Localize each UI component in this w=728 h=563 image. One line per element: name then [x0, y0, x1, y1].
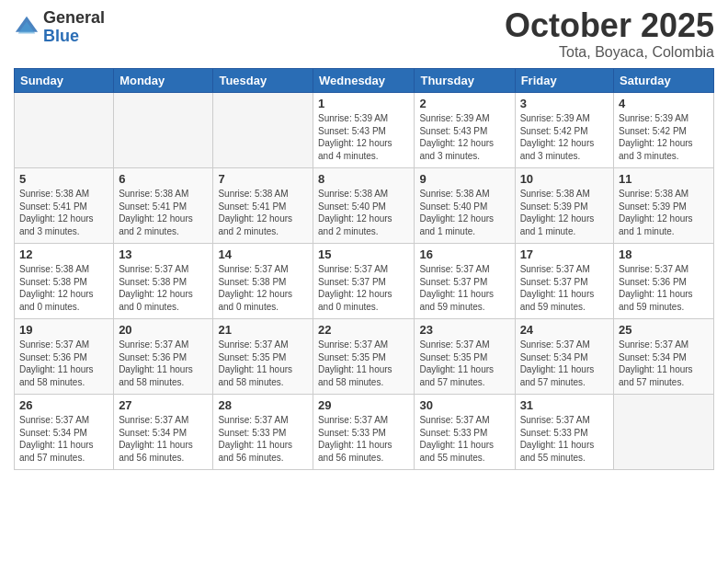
day-number: 24 — [520, 323, 609, 337]
day-info: Sunrise: 5:37 AM Sunset: 5:35 PM Dayligh… — [318, 339, 409, 388]
calendar-cell: 1Sunrise: 5:39 AM Sunset: 5:43 PM Daylig… — [313, 93, 415, 168]
logo-icon — [14, 15, 40, 40]
logo-text: General Blue — [43, 9, 105, 46]
calendar-cell: 13Sunrise: 5:37 AM Sunset: 5:38 PM Dayli… — [114, 244, 213, 319]
day-info: Sunrise: 5:37 AM Sunset: 5:37 PM Dayligh… — [318, 263, 409, 313]
day-info: Sunrise: 5:38 AM Sunset: 5:41 PM Dayligh… — [218, 188, 308, 237]
day-info: Sunrise: 5:37 AM Sunset: 5:38 PM Dayligh… — [119, 263, 208, 313]
calendar-cell: 15Sunrise: 5:37 AM Sunset: 5:37 PM Dayli… — [313, 244, 415, 319]
day-info: Sunrise: 5:39 AM Sunset: 5:43 PM Dayligh… — [318, 112, 409, 162]
day-info: Sunrise: 5:37 AM Sunset: 5:33 PM Dayligh… — [218, 414, 308, 464]
calendar-week-row: 5Sunrise: 5:38 AM Sunset: 5:41 PM Daylig… — [15, 168, 714, 244]
calendar-table: Sunday Monday Tuesday Wednesday Thursday… — [14, 68, 714, 470]
header-sunday: Sunday — [15, 69, 114, 93]
day-number: 13 — [119, 247, 208, 261]
day-number: 30 — [419, 398, 509, 412]
calendar-cell: 30Sunrise: 5:37 AM Sunset: 5:33 PM Dayli… — [415, 395, 515, 470]
calendar-cell: 28Sunrise: 5:37 AM Sunset: 5:33 PM Dayli… — [213, 395, 313, 470]
day-info: Sunrise: 5:38 AM Sunset: 5:38 PM Dayligh… — [19, 263, 108, 313]
calendar-cell: 11Sunrise: 5:38 AM Sunset: 5:39 PM Dayli… — [614, 168, 714, 244]
day-info: Sunrise: 5:37 AM Sunset: 5:37 PM Dayligh… — [520, 263, 609, 313]
calendar-week-row: 26Sunrise: 5:37 AM Sunset: 5:34 PM Dayli… — [15, 395, 714, 470]
logo-blue-text: Blue — [43, 28, 105, 46]
day-number: 5 — [19, 172, 108, 186]
day-info: Sunrise: 5:37 AM Sunset: 5:35 PM Dayligh… — [419, 339, 509, 388]
day-number: 8 — [318, 172, 409, 186]
calendar-cell: 10Sunrise: 5:38 AM Sunset: 5:39 PM Dayli… — [515, 168, 613, 244]
header-saturday: Saturday — [614, 69, 714, 93]
day-info: Sunrise: 5:37 AM Sunset: 5:35 PM Dayligh… — [218, 339, 308, 388]
calendar-cell: 5Sunrise: 5:38 AM Sunset: 5:41 PM Daylig… — [15, 168, 114, 244]
calendar-cell: 19Sunrise: 5:37 AM Sunset: 5:36 PM Dayli… — [15, 319, 114, 395]
calendar-cell: 12Sunrise: 5:38 AM Sunset: 5:38 PM Dayli… — [15, 244, 114, 319]
day-number: 10 — [520, 172, 609, 186]
calendar-cell: 31Sunrise: 5:37 AM Sunset: 5:33 PM Dayli… — [515, 395, 613, 470]
header-friday: Friday — [515, 69, 613, 93]
day-number: 2 — [419, 97, 509, 110]
day-number: 28 — [218, 398, 308, 412]
header-thursday: Thursday — [415, 69, 515, 93]
day-number: 16 — [419, 247, 509, 261]
day-info: Sunrise: 5:39 AM Sunset: 5:43 PM Dayligh… — [419, 112, 509, 162]
title-block: October 2025 Tota, Boyaca, Colombia — [505, 9, 714, 61]
calendar-body: 1Sunrise: 5:39 AM Sunset: 5:43 PM Daylig… — [15, 93, 714, 470]
day-info: Sunrise: 5:37 AM Sunset: 5:38 PM Dayligh… — [218, 263, 308, 313]
day-number: 20 — [119, 323, 208, 337]
day-info: Sunrise: 5:37 AM Sunset: 5:34 PM Dayligh… — [19, 414, 108, 464]
logo-general-text: General — [43, 9, 105, 28]
calendar-cell: 29Sunrise: 5:37 AM Sunset: 5:33 PM Dayli… — [313, 395, 415, 470]
day-number: 22 — [318, 323, 409, 337]
calendar-cell — [213, 93, 313, 168]
day-info: Sunrise: 5:38 AM Sunset: 5:39 PM Dayligh… — [520, 188, 609, 237]
day-number: 15 — [318, 247, 409, 261]
calendar-cell: 4Sunrise: 5:39 AM Sunset: 5:42 PM Daylig… — [614, 93, 714, 168]
day-number: 31 — [520, 398, 609, 412]
calendar-cell: 23Sunrise: 5:37 AM Sunset: 5:35 PM Dayli… — [415, 319, 515, 395]
day-info: Sunrise: 5:37 AM Sunset: 5:33 PM Dayligh… — [318, 414, 409, 464]
calendar-cell: 16Sunrise: 5:37 AM Sunset: 5:37 PM Dayli… — [415, 244, 515, 319]
calendar-cell: 21Sunrise: 5:37 AM Sunset: 5:35 PM Dayli… — [213, 319, 313, 395]
header-tuesday: Tuesday — [213, 69, 313, 93]
day-info: Sunrise: 5:37 AM Sunset: 5:34 PM Dayligh… — [119, 414, 208, 464]
day-number: 11 — [619, 172, 709, 186]
day-number: 27 — [119, 398, 208, 412]
day-number: 3 — [520, 97, 609, 110]
day-number: 14 — [218, 247, 308, 261]
day-number: 12 — [19, 247, 108, 261]
calendar-cell: 25Sunrise: 5:37 AM Sunset: 5:34 PM Dayli… — [614, 319, 714, 395]
logo: General Blue — [14, 9, 105, 46]
day-number: 25 — [619, 323, 709, 337]
day-number: 9 — [419, 172, 509, 186]
day-number: 4 — [619, 97, 709, 110]
calendar-cell — [614, 395, 714, 470]
calendar-cell: 18Sunrise: 5:37 AM Sunset: 5:36 PM Dayli… — [614, 244, 714, 319]
calendar-cell — [114, 93, 213, 168]
day-number: 19 — [19, 323, 108, 337]
header: General Blue October 2025 Tota, Boyaca, … — [14, 9, 714, 61]
day-info: Sunrise: 5:39 AM Sunset: 5:42 PM Dayligh… — [619, 112, 709, 162]
calendar-cell: 8Sunrise: 5:38 AM Sunset: 5:40 PM Daylig… — [313, 168, 415, 244]
calendar-cell: 27Sunrise: 5:37 AM Sunset: 5:34 PM Dayli… — [114, 395, 213, 470]
day-info: Sunrise: 5:38 AM Sunset: 5:40 PM Dayligh… — [419, 188, 509, 237]
calendar-week-row: 12Sunrise: 5:38 AM Sunset: 5:38 PM Dayli… — [15, 244, 714, 319]
main-container: General Blue October 2025 Tota, Boyaca, … — [0, 0, 728, 479]
calendar-cell: 9Sunrise: 5:38 AM Sunset: 5:40 PM Daylig… — [415, 168, 515, 244]
day-number: 7 — [218, 172, 308, 186]
day-info: Sunrise: 5:38 AM Sunset: 5:39 PM Dayligh… — [619, 188, 709, 237]
location: Tota, Boyaca, Colombia — [505, 44, 714, 61]
day-number: 1 — [318, 97, 409, 110]
header-wednesday: Wednesday — [313, 69, 415, 93]
day-info: Sunrise: 5:37 AM Sunset: 5:34 PM Dayligh… — [619, 339, 709, 388]
month-title: October 2025 — [505, 9, 714, 42]
calendar-cell: 22Sunrise: 5:37 AM Sunset: 5:35 PM Dayli… — [313, 319, 415, 395]
calendar-cell: 3Sunrise: 5:39 AM Sunset: 5:42 PM Daylig… — [515, 93, 613, 168]
calendar-cell — [15, 93, 114, 168]
day-info: Sunrise: 5:37 AM Sunset: 5:33 PM Dayligh… — [419, 414, 509, 464]
day-number: 21 — [218, 323, 308, 337]
day-number: 29 — [318, 398, 409, 412]
day-info: Sunrise: 5:37 AM Sunset: 5:36 PM Dayligh… — [19, 339, 108, 388]
day-number: 26 — [19, 398, 108, 412]
calendar-cell: 14Sunrise: 5:37 AM Sunset: 5:38 PM Dayli… — [213, 244, 313, 319]
calendar-header: Sunday Monday Tuesday Wednesday Thursday… — [15, 69, 714, 93]
calendar-week-row: 1Sunrise: 5:39 AM Sunset: 5:43 PM Daylig… — [15, 93, 714, 168]
